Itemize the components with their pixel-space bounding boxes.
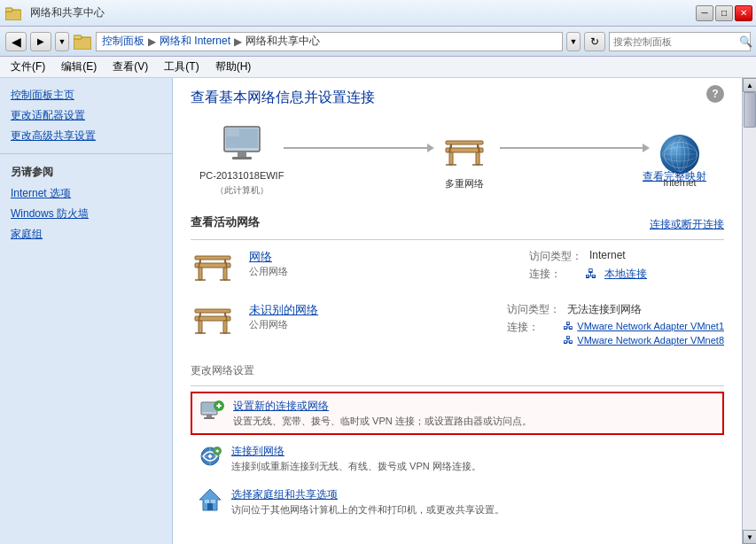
page-title: 查看基本网络信息并设置连接 bbox=[191, 89, 724, 107]
scroll-track[interactable] bbox=[743, 92, 756, 530]
sidebar-item-internet-options[interactable]: Internet 选项 bbox=[0, 183, 172, 204]
title-bar: 网络和共享中心 ─ □ ✕ bbox=[0, 0, 756, 27]
search-box[interactable]: 🔍 bbox=[609, 32, 751, 51]
access-type-row-2: 访问类型： 无法连接到网络 bbox=[507, 302, 724, 317]
network-line-2 bbox=[500, 147, 644, 149]
scroll-thumb[interactable] bbox=[744, 92, 756, 128]
breadcrumb-part1[interactable]: 控制面板 bbox=[102, 34, 144, 49]
down-arrow-button[interactable]: ▼ bbox=[566, 32, 581, 51]
window-icon bbox=[4, 4, 23, 23]
scroll-up-button[interactable]: ▲ bbox=[743, 78, 756, 92]
access-type-label-1: 访问类型： bbox=[529, 249, 582, 264]
refresh-button[interactable]: ↻ bbox=[584, 32, 605, 51]
connection-value-2b[interactable]: VMware Network Adapter VMnet8 bbox=[577, 335, 724, 346]
sidebar-item-advanced-sharing[interactable]: 更改高级共享设置 bbox=[0, 126, 172, 146]
multi-network-icon bbox=[442, 132, 487, 174]
connection-icon-2b: 🖧 bbox=[563, 334, 573, 346]
connection-row-1: 连接： 🖧 本地连接 bbox=[529, 267, 724, 282]
menu-view[interactable]: 查看(V) bbox=[105, 58, 155, 76]
access-type-value-1: Internet bbox=[589, 249, 626, 264]
network-diagram: PC-20131018EWIF （此计算机） bbox=[191, 125, 724, 197]
svg-rect-7 bbox=[232, 157, 252, 159]
change-settings-title: 更改网络设置 bbox=[191, 363, 724, 378]
folder-icon bbox=[73, 32, 92, 51]
setup-connection-title[interactable]: 设置新的连接或网络 bbox=[233, 399, 715, 414]
active-networks-title: 查看活动网络 bbox=[191, 214, 260, 234]
svg-rect-11 bbox=[449, 152, 453, 165]
sidebar-item-windows-firewall[interactable]: Windows 防火墙 bbox=[0, 204, 172, 224]
svg-rect-6 bbox=[238, 152, 246, 157]
setup-connection-desc: 设置无线、宽带、拨号、临时或 VPN 连接；或设置路由器或访问点。 bbox=[233, 415, 715, 428]
homegroup-desc: 访问位于其他网络计算机上的文件和打印机，或更改共享设置。 bbox=[231, 503, 717, 517]
svg-rect-23 bbox=[195, 263, 230, 268]
homegroup-text: 选择家庭组和共享选项 访问位于其他网络计算机上的文件和打印机，或更改共享设置。 bbox=[231, 487, 717, 517]
close-button[interactable]: ✕ bbox=[735, 5, 752, 21]
connection-value-1[interactable]: 本地连接 bbox=[604, 267, 647, 282]
back-button[interactable]: ◀ bbox=[5, 32, 27, 51]
menu-edit[interactable]: 编辑(E) bbox=[54, 58, 104, 76]
pc-label: PC-20131018EWIF bbox=[199, 170, 284, 181]
dropdown-button[interactable]: ▼ bbox=[55, 32, 69, 51]
svg-rect-36 bbox=[223, 321, 227, 333]
svg-rect-35 bbox=[199, 321, 202, 333]
minimize-button[interactable]: ─ bbox=[696, 5, 713, 21]
network-node-multi: 多重网络 bbox=[429, 132, 500, 190]
pc-sublabel: （此计算机） bbox=[215, 184, 269, 197]
svg-rect-25 bbox=[199, 268, 202, 280]
svg-rect-49 bbox=[218, 403, 220, 408]
multi-label: 多重网络 bbox=[445, 177, 484, 190]
maximize-button[interactable]: □ bbox=[715, 5, 733, 21]
connect-network-title[interactable]: 连接到网络 bbox=[231, 444, 717, 459]
access-type-label-2: 访问类型： bbox=[507, 302, 560, 317]
forward-button[interactable]: ▶ bbox=[30, 32, 51, 51]
setup-new-connection-item[interactable]: 设置新的连接或网络 设置无线、宽带、拨号、临时或 VPN 连接；或设置路由器或访… bbox=[191, 392, 724, 435]
menu-tools[interactable]: 工具(T) bbox=[157, 58, 206, 76]
homegroup-icon bbox=[198, 487, 222, 512]
sidebar-item-homegroup[interactable]: 家庭组 bbox=[0, 224, 172, 245]
svg-rect-12 bbox=[476, 152, 479, 165]
change-settings-section: 更改网络设置 bbox=[191, 363, 724, 522]
breadcrumb-part2[interactable]: 网络和 Internet bbox=[160, 34, 230, 49]
network-type-2: 公用网络 bbox=[249, 318, 493, 331]
view-full-map-link[interactable]: 查看完整映射 bbox=[643, 169, 706, 184]
homegroup-title[interactable]: 选择家庭组和共享选项 bbox=[231, 487, 717, 502]
network-node-pc: PC-20131018EWIF （此计算机） bbox=[199, 125, 284, 197]
svg-rect-60 bbox=[211, 500, 215, 503]
content-area: ? 查看基本网络信息并设置连接 bbox=[173, 78, 742, 544]
scrollbar[interactable]: ▲ ▼ bbox=[742, 78, 756, 544]
svg-rect-26 bbox=[223, 268, 227, 280]
search-input[interactable] bbox=[613, 36, 736, 47]
network-name-2[interactable]: 未识别的网络 bbox=[249, 302, 493, 318]
connect-disconnect-link[interactable]: 连接或断开连接 bbox=[650, 217, 724, 232]
svg-rect-24 bbox=[195, 256, 230, 260]
homegroup-item[interactable]: 选择家庭组和共享选项 访问位于其他网络计算机上的文件和打印机，或更改共享设置。 bbox=[191, 482, 724, 522]
scroll-down-button[interactable]: ▼ bbox=[743, 530, 756, 544]
pc-icon bbox=[220, 125, 264, 167]
svg-rect-8 bbox=[227, 129, 239, 136]
svg-rect-58 bbox=[207, 503, 213, 510]
window-title: 网络和共享中心 bbox=[30, 5, 105, 20]
connect-network-desc: 连接到或重新连接到无线、有线、拨号或 VPN 网络连接。 bbox=[231, 460, 717, 473]
network-card-1: 网络 公用网络 访问类型： Internet 连接： 🖧 本地连接 bbox=[191, 249, 724, 288]
access-type-value-2: 无法连接到网络 bbox=[567, 302, 642, 317]
network-icon-2 bbox=[191, 302, 235, 341]
network-name-1[interactable]: 网络 bbox=[249, 249, 515, 265]
sidebar-divider bbox=[0, 153, 172, 154]
sidebar-item-adapter-settings[interactable]: 更改适配器设置 bbox=[0, 105, 172, 126]
help-icon[interactable]: ? bbox=[706, 85, 724, 103]
connect-network-item[interactable]: 连接到网络 连接到或重新连接到无线、有线、拨号或 VPN 网络连接。 bbox=[191, 439, 724, 478]
svg-rect-46 bbox=[204, 417, 214, 419]
globe-icon bbox=[660, 135, 699, 174]
menu-help[interactable]: 帮助(H) bbox=[208, 58, 259, 76]
svg-rect-10 bbox=[446, 141, 483, 144]
access-type-row-1: 访问类型： Internet bbox=[529, 249, 724, 264]
breadcrumb: 控制面板 ▶ 网络和 Internet ▶ 网络和共享中心 bbox=[96, 32, 563, 51]
sidebar-item-control-panel-home[interactable]: 控制面板主页 bbox=[0, 85, 172, 105]
connection-label-1: 连接： bbox=[529, 267, 578, 282]
setup-connection-text: 设置新的连接或网络 设置无线、宽带、拨号、临时或 VPN 连接；或设置路由器或访… bbox=[233, 399, 715, 428]
network-details-2: 访问类型： 无法连接到网络 连接： 🖧 VMware Network Adapt… bbox=[507, 302, 724, 349]
connection-value-2a[interactable]: VMware Network Adapter VMnet1 bbox=[577, 321, 724, 331]
connect-network-text: 连接到网络 连接到或重新连接到无线、有线、拨号或 VPN 网络连接。 bbox=[231, 444, 717, 473]
network-details-1: 访问类型： Internet 连接： 🖧 本地连接 bbox=[529, 249, 724, 284]
menu-file[interactable]: 文件(F) bbox=[4, 58, 52, 76]
